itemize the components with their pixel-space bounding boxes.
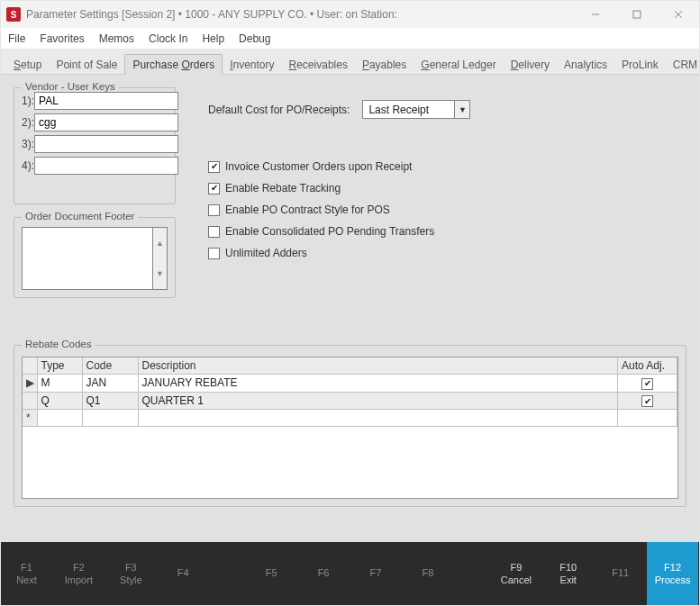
grid-corner — [23, 357, 37, 375]
menu-memos[interactable]: Memos — [99, 32, 134, 45]
menu-debug[interactable]: Debug — [239, 32, 270, 45]
default-cost-label: Default Cost for PO/Receipts: — [208, 104, 350, 116]
client-area: Vendor - User Keys 1): 2): 3): 4): Order… — [1, 75, 699, 544]
cell-code[interactable]: JAN — [82, 375, 138, 393]
grid-header-row: Type Code Description Auto Adj. — [23, 357, 677, 375]
table-new-row[interactable]: * — [23, 410, 677, 427]
vendor-key-label-2: 2): — [22, 116, 34, 129]
textarea-scrollbar[interactable]: ▲ ▼ — [153, 227, 168, 290]
checkbox-invoice-customer-orders[interactable] — [208, 161, 220, 173]
tab-inventory[interactable]: Inventory — [223, 55, 281, 74]
checkbox-label: Unlimited Adders — [225, 247, 307, 259]
close-button[interactable] — [658, 1, 699, 28]
fn-f7[interactable]: F7 — [350, 542, 403, 605]
window-controls — [575, 1, 699, 28]
checkbox-label: Enable Consolidated PO Pending Transfers — [225, 225, 434, 238]
fn-f11[interactable]: F11 — [595, 542, 647, 605]
right-controls: Default Cost for PO/Receipts: Last Recei… — [208, 100, 681, 268]
cell-description[interactable] — [138, 410, 618, 427]
tab-payables[interactable]: Payables — [355, 55, 414, 74]
cell-code[interactable] — [82, 410, 138, 427]
app-icon: S — [6, 7, 21, 22]
cell-auto-adj[interactable] — [618, 410, 677, 427]
group-legend: Vendor - User Keys — [22, 81, 119, 92]
col-code[interactable]: Code — [82, 357, 138, 375]
fn-f10-exit[interactable]: F10Exit — [542, 542, 595, 605]
tabbar: Setup Point of Sale Purchase Orders Inve… — [1, 50, 699, 75]
fn-f6[interactable]: F6 — [298, 542, 350, 605]
fn-f8[interactable]: F8 — [402, 542, 454, 605]
vendor-key-input-2[interactable] — [34, 113, 178, 131]
vendor-key-input-3[interactable] — [34, 135, 178, 153]
cell-type[interactable]: M — [37, 375, 82, 393]
table-row[interactable]: ▶ M JAN JANUARY REBATE — [23, 375, 677, 393]
menu-clock-in[interactable]: Clock In — [149, 32, 187, 45]
cell-description[interactable]: QUARTER 1 — [138, 392, 618, 410]
cell-description[interactable]: JANUARY REBATE — [138, 375, 618, 393]
tab-crm[interactable]: CRM — [666, 55, 700, 74]
minimize-button[interactable] — [575, 1, 616, 28]
fn-f9-cancel[interactable]: F9Cancel — [490, 542, 542, 605]
vendor-key-label-4: 4): — [22, 159, 34, 172]
order-footer-textarea[interactable] — [22, 227, 153, 290]
checkbox-label: Invoice Customer Orders upon Receipt — [225, 160, 412, 173]
checkbox-unlimited-adders[interactable] — [208, 248, 220, 259]
col-auto-adj[interactable]: Auto Adj. — [618, 357, 677, 375]
cell-type[interactable] — [37, 410, 82, 427]
cell-code[interactable]: Q1 — [82, 392, 138, 410]
group-rebate-codes: Rebate Codes Type Code Description Auto … — [14, 345, 686, 507]
fn-f2[interactable]: F2Import — [53, 542, 105, 605]
menu-file[interactable]: File — [8, 32, 25, 45]
tab-point-of-sale[interactable]: Point of Sale — [49, 55, 124, 74]
menu-favorites[interactable]: Favorites — [40, 32, 84, 45]
checkbox-enable-rebate-tracking[interactable] — [208, 183, 220, 194]
scroll-down-icon[interactable]: ▼ — [153, 258, 167, 289]
fn-spacer — [210, 542, 246, 605]
fn-f4[interactable]: F4 — [158, 542, 210, 605]
tab-prolink[interactable]: ProLink — [614, 55, 666, 74]
vendor-key-input-4[interactable] — [34, 157, 178, 175]
col-type[interactable]: Type — [37, 357, 82, 375]
window-title: Parameter Settings [Session 2] • 1000 - … — [26, 8, 397, 21]
checkbox-enable-po-contract-style[interactable] — [208, 204, 220, 216]
default-cost-select[interactable]: Last Receipt ▼ — [362, 100, 470, 119]
chevron-down-icon[interactable]: ▼ — [454, 101, 469, 118]
fn-spacer — [454, 542, 490, 605]
cell-auto-adj[interactable] — [618, 375, 677, 393]
tab-purchase-orders[interactable]: Purchase Orders — [124, 54, 223, 75]
fn-f3[interactable]: F3Style — [105, 542, 158, 605]
svg-rect-1 — [633, 11, 641, 18]
checkbox-label: Enable Rebate Tracking — [225, 182, 341, 194]
vendor-key-label-3: 3): — [22, 138, 34, 150]
default-cost-value: Last Receipt — [368, 104, 429, 116]
row-marker — [23, 392, 37, 410]
tab-receivables[interactable]: Receivables — [282, 55, 355, 74]
checkbox-label: Enable PO Contract Style for POS — [225, 204, 390, 216]
maximize-button[interactable] — [616, 1, 658, 28]
checkbox-enable-consolidated-po[interactable] — [208, 226, 220, 238]
group-vendor-user-keys: Vendor - User Keys 1): 2): 3): 4): — [14, 87, 176, 204]
function-key-bar: F1Next F2Import F3Style F4 F5 F6 F7 F8 F… — [1, 542, 699, 605]
window-titlebar: S Parameter Settings [Session 2] • 1000 … — [1, 1, 699, 28]
tab-delivery[interactable]: Delivery — [504, 55, 557, 74]
group-legend: Order Document Footer — [22, 211, 138, 222]
tab-setup[interactable]: Setup — [6, 55, 49, 74]
vendor-key-label-1: 1): — [22, 95, 34, 107]
tab-general-ledger[interactable]: General Ledger — [414, 55, 503, 74]
group-order-document-footer: Order Document Footer ▲ ▼ — [14, 217, 176, 298]
fn-f1[interactable]: F1Next — [1, 542, 53, 605]
cell-auto-adj[interactable] — [618, 392, 677, 410]
fn-f12-process[interactable]: F12Process — [647, 542, 699, 605]
scroll-up-icon[interactable]: ▲ — [153, 228, 167, 258]
menubar: File Favorites Memos Clock In Help Debug — [1, 28, 699, 50]
table-row[interactable]: Q Q1 QUARTER 1 — [23, 392, 677, 410]
fn-f5[interactable]: F5 — [246, 542, 298, 605]
menu-help[interactable]: Help — [202, 32, 224, 45]
group-legend: Rebate Codes — [22, 339, 95, 349]
rebate-grid[interactable]: Type Code Description Auto Adj. ▶ M JAN … — [22, 357, 678, 499]
cell-type[interactable]: Q — [37, 392, 82, 410]
col-description[interactable]: Description — [138, 357, 618, 375]
vendor-key-input-1[interactable] — [34, 92, 178, 110]
tab-analytics[interactable]: Analytics — [557, 55, 614, 74]
row-marker-new: * — [23, 410, 37, 427]
